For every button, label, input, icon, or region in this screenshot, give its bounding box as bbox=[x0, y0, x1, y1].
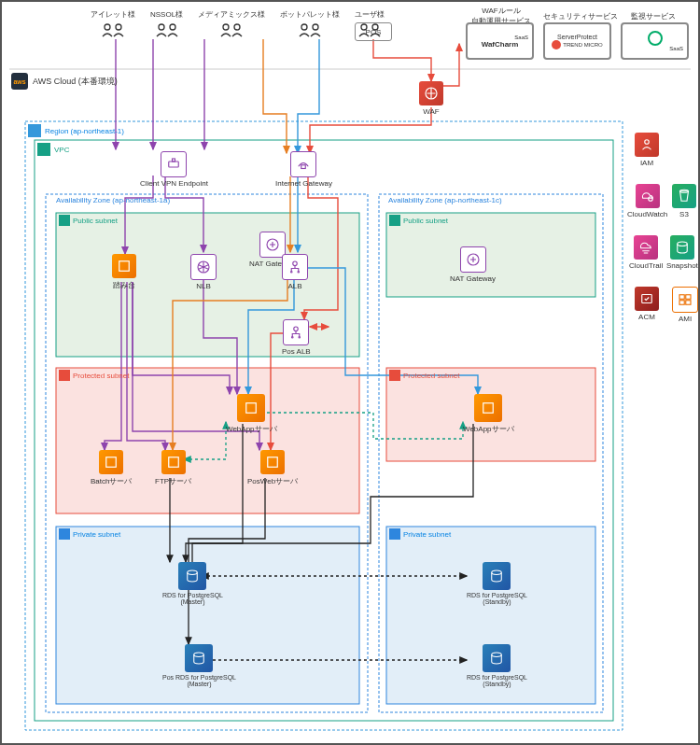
webapp-a-node: WebAppサーバ bbox=[226, 394, 277, 434]
nat-c-node: NAT Gateway bbox=[450, 246, 496, 283]
aws-cloud-badge: aws AWS Cloud (本番環境) bbox=[11, 73, 118, 90]
svc-cloudwatch: CloudWatch bbox=[627, 184, 667, 218]
svg-rect-56 bbox=[686, 295, 691, 300]
svg-rect-43 bbox=[106, 457, 117, 468]
ec2-icon bbox=[260, 450, 285, 474]
public-subnet-a-badge: Public subnet bbox=[59, 215, 118, 226]
svg-point-23 bbox=[301, 24, 307, 30]
nlb-icon bbox=[190, 254, 217, 280]
region-badge: Region (ap-northeast-1) bbox=[28, 124, 124, 137]
ftp-node: FTPサーバ bbox=[155, 450, 191, 486]
svg-point-40 bbox=[299, 337, 301, 339]
snapshot-icon bbox=[670, 235, 694, 260]
saas-newrelic: SaaS bbox=[621, 22, 689, 60]
svc-cloudtrail: CloudTrail bbox=[629, 235, 663, 270]
rds-master-node: RDS for PostgreSQL (Master) bbox=[162, 562, 223, 605]
svg-point-48 bbox=[492, 570, 502, 575]
pos-rds-standby-node: RDS for PostgreSQL (Standby) bbox=[467, 644, 527, 687]
svg-point-35 bbox=[293, 261, 298, 266]
rds-icon bbox=[483, 644, 511, 672]
priv-subnet-c-badge: Private subnet bbox=[389, 528, 451, 540]
s3-icon bbox=[672, 184, 696, 208]
svg-point-17 bbox=[105, 24, 110, 30]
svg-rect-41 bbox=[246, 403, 257, 414]
svg-rect-28 bbox=[169, 162, 179, 167]
waf-icon bbox=[419, 81, 443, 105]
user-group-row: アイレット様 NSSOL様 メディアミックス様 ボットパレット様 ユーザ様 bbox=[91, 9, 385, 42]
svc-s3: S3 bbox=[672, 184, 696, 218]
svg-rect-45 bbox=[268, 457, 278, 468]
alb-node: ALB bbox=[282, 254, 308, 290]
lock-icon bbox=[389, 215, 400, 226]
svg-rect-42 bbox=[483, 403, 494, 414]
user-botpalette: ボットパレット様 bbox=[280, 9, 340, 42]
svg-point-20 bbox=[170, 24, 175, 30]
acm-icon bbox=[635, 287, 659, 311]
vpn-icon bbox=[161, 151, 187, 177]
pos-box: POS bbox=[355, 22, 392, 41]
batch-node: Batchサーバ bbox=[91, 450, 132, 486]
svc-snapshot: Snapshot bbox=[666, 235, 698, 270]
svg-point-46 bbox=[188, 570, 198, 575]
webapp-c-node: WebAppサーバ bbox=[463, 394, 514, 434]
az-a-label: Availability Zone (ap-northeast-1a) bbox=[56, 196, 170, 204]
svg-point-22 bbox=[234, 24, 240, 30]
svg-rect-44 bbox=[168, 457, 178, 468]
pos-rds-master-node: Pos RDS for PostgreSQL (Master) bbox=[162, 644, 236, 687]
rds-icon bbox=[483, 562, 511, 590]
svg-rect-58 bbox=[686, 301, 691, 305]
svg-point-51 bbox=[648, 197, 652, 202]
security-service-label: セキュリティサービス bbox=[543, 11, 618, 21]
trend-logo-icon bbox=[552, 40, 561, 49]
nlb-node: NLB bbox=[190, 254, 217, 290]
svg-point-47 bbox=[194, 653, 204, 657]
svg-point-39 bbox=[292, 337, 294, 339]
user-iret: アイレット様 bbox=[91, 9, 135, 42]
svg-rect-57 bbox=[679, 301, 684, 305]
vpc-badge: VPC bbox=[37, 143, 69, 156]
svg-point-21 bbox=[223, 24, 229, 30]
cloudwatch-icon bbox=[636, 184, 660, 208]
lock-icon bbox=[59, 528, 70, 540]
public-subnet-c-badge: Public subnet bbox=[389, 215, 448, 226]
saas-trendmicro: ServerProtect TREND MICRO bbox=[543, 22, 611, 60]
newrelic-logo-icon bbox=[648, 31, 663, 46]
lock-icon bbox=[59, 370, 70, 381]
client-vpn-node: Client VPN Endpoint bbox=[140, 151, 208, 188]
rds-icon bbox=[178, 562, 206, 590]
nat-icon bbox=[460, 246, 486, 273]
svg-point-24 bbox=[313, 24, 318, 30]
pos-alb-node: Pos ALB bbox=[282, 319, 311, 356]
az-c-label: Availability Zone (ap-northeast-1c) bbox=[388, 196, 502, 204]
prot-subnet-c-badge: Protected subnet bbox=[389, 370, 459, 381]
users-icon bbox=[296, 21, 324, 42]
svg-point-50 bbox=[645, 140, 650, 145]
ec2-icon bbox=[474, 394, 502, 422]
alb-icon bbox=[283, 319, 309, 345]
user-nssol: NSSOL様 bbox=[150, 9, 183, 42]
svg-point-49 bbox=[492, 653, 502, 657]
svc-iam: IAM bbox=[635, 133, 659, 167]
priv-subnet-a-badge: Private subnet bbox=[59, 528, 120, 540]
ec2-icon bbox=[99, 450, 123, 474]
rds-standby-node: RDS for PostgreSQL (Standby) bbox=[467, 562, 527, 605]
alb-icon bbox=[282, 254, 308, 280]
svg-rect-8 bbox=[56, 368, 359, 513]
bastion-node: 踏み台 bbox=[112, 254, 136, 290]
waf-node: WAF bbox=[419, 81, 443, 116]
cloudtrail-icon bbox=[634, 235, 658, 260]
svc-acm: ACM bbox=[635, 287, 659, 321]
vpc-icon bbox=[37, 143, 50, 156]
svg-rect-55 bbox=[679, 295, 684, 300]
svc-ami: AMI bbox=[672, 287, 698, 323]
svg-point-19 bbox=[159, 24, 164, 30]
svg-point-37 bbox=[298, 272, 300, 274]
svg-rect-29 bbox=[173, 159, 175, 162]
architecture-diagram: aws AWS Cloud (本番環境) アイレット様 NSSOL様 メディアミ… bbox=[0, 0, 700, 745]
igw-node: Internet Gateway bbox=[275, 151, 332, 188]
users-icon bbox=[217, 21, 245, 42]
lock-icon bbox=[389, 528, 400, 540]
svg-rect-30 bbox=[301, 165, 306, 169]
svg-point-36 bbox=[291, 272, 293, 274]
ami-icon bbox=[672, 287, 698, 313]
